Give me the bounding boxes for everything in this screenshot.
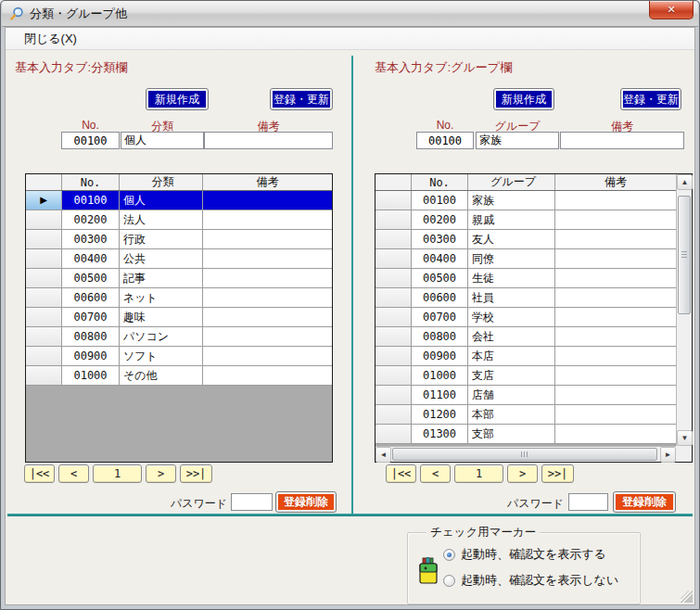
table-row[interactable]: ▶ 01100 店舗 [375, 386, 676, 405]
group-grid-header: No. グループ 備考 [375, 174, 676, 191]
scroll-left-icon[interactable]: ◄ [375, 447, 391, 463]
prev-page-button[interactable]: < [420, 464, 451, 483]
radio-option-show-label: 起動時、確認文を表示する [461, 546, 606, 563]
menu-bar: 閉じる(X) [6, 28, 694, 50]
category-new-button[interactable]: 新規作成 [146, 88, 209, 110]
group-no-input[interactable] [416, 132, 474, 149]
group-update-button[interactable]: 登録・更新 [620, 88, 681, 110]
category-panel-title: 基本入力タブ:分類欄 [15, 59, 127, 76]
category-name-input[interactable] [121, 132, 204, 149]
group-new-button[interactable]: 新規作成 [493, 88, 554, 110]
table-row[interactable]: ▶ 00200 親戚 [375, 210, 676, 230]
table-row[interactable]: ▶ 00900 ソフト [26, 347, 332, 366]
horizontal-scrollbar[interactable]: ◄ ► [375, 446, 676, 462]
radio-option-hide[interactable]: 起動時、確認文を表示しない [443, 572, 618, 589]
category-update-button[interactable]: 登録・更新 [270, 88, 333, 110]
category-no-label: No. [61, 119, 120, 132]
table-row[interactable]: ▶ 01300 支部 [375, 425, 676, 444]
category-password-label: パスワード [117, 496, 227, 512]
dialog-window: 分類・グループ他 ✕ 閉じる(X) 基本入力タブ:分類欄 新規作成 登録・更新 … [0, 0, 700, 610]
marker-box-icon [417, 557, 439, 585]
group-panel: 基本入力タブ:グループ欄 新規作成 登録・更新 No. グループ 備考 No. … [358, 50, 698, 515]
scroll-down-icon[interactable]: ▼ [677, 430, 693, 446]
radio-option-hide-label: 起動時、確認文を表示しない [461, 572, 618, 589]
title-bar: 分類・グループ他 ✕ [2, 1, 698, 27]
check-marker-groupbox: チェック用マーカー 起動時、確認文を表示する 起動時、確認文を表示しない [407, 532, 641, 604]
group-panel-title: 基本入力タブ:グループ欄 [375, 59, 512, 76]
table-row[interactable]: ▶ 00300 友人 [375, 230, 676, 249]
category-delete-button[interactable]: 登録削除 [275, 491, 337, 513]
table-row[interactable]: ▶ 01200 本部 [375, 405, 676, 425]
prev-page-button[interactable]: < [58, 464, 89, 483]
group-password-label: パスワード [451, 496, 564, 512]
panel-divider-vertical [351, 56, 353, 514]
close-icon: ✕ [667, 4, 675, 16]
radio-option-show[interactable]: 起動時、確認文を表示する [443, 546, 606, 563]
radio-on-icon[interactable] [443, 549, 455, 561]
group-name-input[interactable] [476, 132, 559, 149]
first-page-button[interactable]: |<< [24, 464, 55, 483]
table-row[interactable]: ▶ 00700 趣味 [26, 308, 332, 327]
next-page-button[interactable]: > [146, 464, 176, 483]
resize-grip[interactable] [681, 591, 693, 603]
category-panel: 基本入力タブ:分類欄 新規作成 登録・更新 No. 分類 備考 No. 分類 備… [6, 50, 351, 515]
scroll-right-icon[interactable]: ► [660, 447, 676, 463]
table-row[interactable]: ▶ 00900 本店 [375, 347, 676, 366]
table-row[interactable]: ▶ 01000 支店 [375, 366, 676, 386]
group-delete-button[interactable]: 登録削除 [613, 491, 676, 513]
table-row[interactable]: ▶ 00600 社員 [375, 288, 676, 308]
group-note-input[interactable] [560, 132, 684, 149]
category-grid: No. 分類 備考 ▶ 00100 個人 [25, 173, 333, 463]
table-row[interactable]: ▶ 00800 会社 [375, 327, 676, 347]
menu-item-close[interactable]: 閉じる(X) [20, 29, 81, 49]
table-row[interactable]: ▶ 00800 パソコン [26, 327, 332, 347]
first-page-button[interactable]: |<< [386, 464, 416, 483]
close-button[interactable]: ✕ [649, 1, 694, 19]
table-row[interactable]: ▶ 00400 同僚 [375, 249, 676, 269]
check-marker-label: チェック用マーカー [426, 525, 540, 540]
last-page-button[interactable]: >>| [180, 464, 212, 483]
table-row[interactable]: ▶ 00300 行政 [26, 230, 332, 249]
category-no-input[interactable] [61, 132, 120, 149]
table-row[interactable]: ▶ 00100 個人 [26, 191, 332, 210]
scroll-up-icon[interactable]: ▲ [677, 174, 693, 190]
group-grid: No. グループ 備考 ▶ 00100 家族 [375, 173, 693, 463]
page-title: 分類・グループ他 [30, 6, 127, 22]
group-password-input[interactable] [568, 493, 608, 511]
horizontal-scroll-thumb[interactable] [392, 448, 657, 461]
category-password-input[interactable] [231, 493, 273, 511]
table-row[interactable]: ▶ 00500 生徒 [375, 269, 676, 288]
page-number[interactable]: 1 [93, 464, 142, 483]
last-page-button[interactable]: >>| [541, 464, 574, 483]
scrollbar-corner [676, 446, 692, 462]
table-row[interactable]: ▶ 00600 ネット [26, 288, 332, 308]
group-pager: |<< < 1 > >>| [386, 464, 574, 483]
table-row[interactable]: ▶ 00100 家族 [375, 191, 676, 210]
table-row[interactable]: ▶ 00200 法人 [26, 210, 332, 230]
next-page-button[interactable]: > [507, 464, 538, 483]
table-row[interactable]: ▶ 00400 公共 [26, 249, 332, 269]
page-number[interactable]: 1 [454, 464, 503, 483]
vertical-scroll-thumb[interactable] [678, 196, 691, 314]
table-row[interactable]: ▶ 01000 その他 [26, 366, 332, 386]
client-area: 閉じる(X) 基本入力タブ:分類欄 新規作成 登録・更新 No. 分類 備考 N… [5, 27, 695, 605]
table-row[interactable]: ▶ 00700 学校 [375, 308, 676, 327]
row-selector-arrow-icon: ▶ [40, 196, 47, 205]
group-no-label: No. [416, 119, 474, 132]
magnifier-icon [9, 6, 24, 21]
table-row[interactable]: ▶ 00500 記事 [26, 269, 332, 288]
radio-off-icon[interactable] [443, 575, 455, 587]
vertical-scrollbar[interactable]: ▲ ▼ [676, 174, 692, 446]
category-grid-header: No. 分類 備考 [26, 174, 332, 191]
category-note-input[interactable] [204, 132, 333, 149]
category-pager: |<< < 1 > >>| [24, 464, 212, 483]
